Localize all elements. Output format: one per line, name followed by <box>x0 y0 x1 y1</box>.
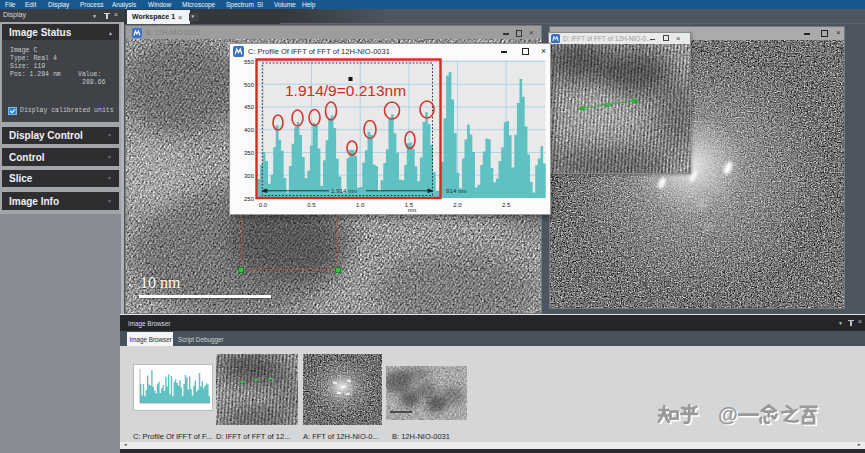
svg-text:350: 350 <box>243 150 254 156</box>
svg-text:1.0: 1.0 <box>356 201 365 207</box>
svg-text:450: 450 <box>243 104 254 110</box>
svg-text:1.914 nm: 1.914 nm <box>331 187 357 194</box>
svg-text:500: 500 <box>243 81 254 87</box>
svg-text:2.0: 2.0 <box>453 201 462 207</box>
svg-text:400: 400 <box>243 127 254 133</box>
svg-text:300: 300 <box>243 172 254 178</box>
svg-text:0.5: 0.5 <box>307 201 316 207</box>
svg-text:550: 550 <box>243 58 254 64</box>
svg-text:914 nm: 914 nm <box>446 187 467 194</box>
svg-text:nm: nm <box>407 207 415 213</box>
svg-text:2.5: 2.5 <box>501 201 510 207</box>
svg-text:250: 250 <box>243 195 254 201</box>
svg-text:0.0: 0.0 <box>258 201 267 207</box>
svg-text:1.914/9=0.213nm: 1.914/9=0.213nm <box>285 82 406 99</box>
svg-text:@: @ <box>718 403 738 425</box>
